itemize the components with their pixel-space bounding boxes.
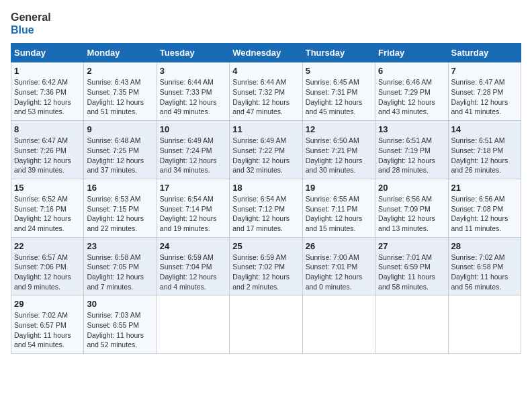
calendar-cell: 21Sunrise: 6:56 AMSunset: 7:08 PMDayligh… (448, 179, 521, 237)
day-number: 16 (87, 183, 153, 193)
calendar-cell: 8Sunrise: 6:47 AMSunset: 7:26 PMDaylight… (11, 121, 84, 179)
weekday-header-row: SundayMondayTuesdayWednesdayThursdayFrid… (11, 44, 521, 62)
calendar-week-row: 15Sunrise: 6:52 AMSunset: 7:16 PMDayligh… (11, 179, 521, 237)
calendar-cell: 2Sunrise: 6:43 AMSunset: 7:35 PMDaylight… (84, 62, 157, 121)
calendar-cell: 23Sunrise: 6:58 AMSunset: 7:05 PMDayligh… (84, 237, 157, 295)
day-number: 2 (87, 66, 153, 76)
calendar-cell: 1Sunrise: 6:42 AMSunset: 7:36 PMDaylight… (11, 62, 84, 121)
day-info: Sunrise: 6:59 AMSunset: 7:04 PMDaylight:… (160, 253, 226, 292)
calendar-cell: 30Sunrise: 7:03 AMSunset: 6:55 PMDayligh… (84, 295, 157, 354)
day-number: 19 (306, 183, 372, 193)
calendar-cell: 9Sunrise: 6:48 AMSunset: 7:25 PMDaylight… (84, 121, 157, 179)
calendar-cell: 26Sunrise: 7:00 AMSunset: 7:01 PMDayligh… (302, 237, 375, 295)
day-info: Sunrise: 6:53 AMSunset: 7:15 PMDaylight:… (87, 194, 153, 234)
calendar-cell: 20Sunrise: 6:56 AMSunset: 7:09 PMDayligh… (375, 179, 448, 237)
day-number: 20 (378, 183, 445, 193)
day-number: 8 (14, 124, 81, 134)
calendar-week-row: 8Sunrise: 6:47 AMSunset: 7:26 PMDaylight… (11, 121, 521, 179)
calendar-cell: 24Sunrise: 6:59 AMSunset: 7:04 PMDayligh… (157, 237, 229, 295)
day-info: Sunrise: 6:50 AMSunset: 7:21 PMDaylight:… (306, 136, 372, 175)
day-info: Sunrise: 6:54 AMSunset: 7:12 PMDaylight:… (232, 194, 299, 234)
day-number: 9 (87, 124, 153, 134)
day-info: Sunrise: 6:56 AMSunset: 7:09 PMDaylight:… (378, 194, 445, 234)
logo: General Blue General Blue (11, 11, 51, 36)
calendar-cell (375, 295, 448, 354)
calendar-cell: 7Sunrise: 6:47 AMSunset: 7:28 PMDaylight… (448, 62, 521, 121)
calendar-table: SundayMondayTuesdayWednesdayThursdayFrid… (11, 43, 521, 354)
calendar-cell: 19Sunrise: 6:55 AMSunset: 7:11 PMDayligh… (302, 179, 375, 237)
calendar-cell: 17Sunrise: 6:54 AMSunset: 7:14 PMDayligh… (157, 179, 229, 237)
day-number: 14 (451, 124, 518, 134)
day-info: Sunrise: 6:42 AMSunset: 7:36 PMDaylight:… (14, 77, 81, 117)
calendar-week-row: 29Sunrise: 7:02 AMSunset: 6:57 PMDayligh… (11, 295, 521, 354)
day-number: 5 (306, 66, 372, 76)
calendar-cell: 6Sunrise: 6:46 AMSunset: 7:29 PMDaylight… (375, 62, 448, 121)
day-number: 25 (232, 241, 299, 251)
day-number: 29 (14, 299, 81, 309)
day-number: 11 (232, 124, 299, 134)
day-number: 26 (306, 241, 372, 251)
day-info: Sunrise: 6:59 AMSunset: 7:02 PMDaylight:… (232, 253, 299, 292)
calendar-cell: 10Sunrise: 6:49 AMSunset: 7:24 PMDayligh… (157, 121, 229, 179)
day-number: 12 (306, 124, 372, 134)
weekday-header: Friday (375, 44, 448, 62)
calendar-cell: 18Sunrise: 6:54 AMSunset: 7:12 PMDayligh… (230, 179, 302, 237)
day-number: 24 (160, 241, 226, 251)
day-info: Sunrise: 6:46 AMSunset: 7:29 PMDaylight:… (378, 77, 445, 117)
calendar-cell: 3Sunrise: 6:44 AMSunset: 7:33 PMDaylight… (157, 62, 229, 121)
calendar-cell: 13Sunrise: 6:51 AMSunset: 7:19 PMDayligh… (375, 121, 448, 179)
calendar-cell (302, 295, 375, 354)
weekday-header: Monday (84, 44, 157, 62)
weekday-header: Wednesday (230, 44, 302, 62)
day-number: 22 (14, 241, 81, 251)
day-number: 15 (14, 183, 81, 193)
calendar-cell: 29Sunrise: 7:02 AMSunset: 6:57 PMDayligh… (11, 295, 84, 354)
weekday-header: Thursday (302, 44, 375, 62)
calendar-cell: 11Sunrise: 6:49 AMSunset: 7:22 PMDayligh… (230, 121, 302, 179)
calendar-cell: 4Sunrise: 6:44 AMSunset: 7:32 PMDaylight… (230, 62, 302, 121)
day-info: Sunrise: 6:56 AMSunset: 7:08 PMDaylight:… (451, 194, 518, 234)
calendar-cell: 25Sunrise: 6:59 AMSunset: 7:02 PMDayligh… (230, 237, 302, 295)
day-info: Sunrise: 7:03 AMSunset: 6:55 PMDaylight:… (87, 310, 153, 350)
day-info: Sunrise: 6:52 AMSunset: 7:16 PMDaylight:… (14, 194, 81, 234)
day-number: 13 (378, 124, 445, 134)
day-info: Sunrise: 6:55 AMSunset: 7:11 PMDaylight:… (306, 194, 372, 234)
calendar-cell: 22Sunrise: 6:57 AMSunset: 7:06 PMDayligh… (11, 237, 84, 295)
day-number: 1 (14, 66, 81, 76)
day-number: 23 (87, 241, 153, 251)
calendar-cell: 15Sunrise: 6:52 AMSunset: 7:16 PMDayligh… (11, 179, 84, 237)
calendar-cell: 5Sunrise: 6:45 AMSunset: 7:31 PMDaylight… (302, 62, 375, 121)
day-info: Sunrise: 7:02 AMSunset: 6:57 PMDaylight:… (14, 310, 81, 350)
calendar-week-row: 22Sunrise: 6:57 AMSunset: 7:06 PMDayligh… (11, 237, 521, 295)
day-info: Sunrise: 6:44 AMSunset: 7:33 PMDaylight:… (160, 77, 226, 117)
day-info: Sunrise: 6:49 AMSunset: 7:22 PMDaylight:… (232, 136, 299, 175)
logo-general: General (11, 11, 51, 24)
day-info: Sunrise: 6:57 AMSunset: 7:06 PMDaylight:… (14, 253, 81, 292)
day-info: Sunrise: 6:51 AMSunset: 7:18 PMDaylight:… (451, 136, 518, 175)
day-number: 6 (378, 66, 445, 76)
calendar-cell: 12Sunrise: 6:50 AMSunset: 7:21 PMDayligh… (302, 121, 375, 179)
day-number: 3 (160, 66, 226, 76)
day-info: Sunrise: 6:45 AMSunset: 7:31 PMDaylight:… (306, 77, 372, 117)
day-number: 7 (451, 66, 518, 76)
day-info: Sunrise: 6:47 AMSunset: 7:28 PMDaylight:… (451, 77, 518, 117)
page-header: General Blue General Blue (11, 11, 521, 36)
logo-blue: Blue (11, 24, 51, 36)
day-number: 28 (451, 241, 518, 251)
calendar-cell (157, 295, 229, 354)
day-info: Sunrise: 7:00 AMSunset: 7:01 PMDaylight:… (306, 253, 372, 292)
day-number: 10 (160, 124, 226, 134)
calendar-cell: 28Sunrise: 7:02 AMSunset: 6:58 PMDayligh… (448, 237, 521, 295)
day-info: Sunrise: 6:47 AMSunset: 7:26 PMDaylight:… (14, 136, 81, 175)
day-info: Sunrise: 6:44 AMSunset: 7:32 PMDaylight:… (232, 77, 299, 117)
day-number: 17 (160, 183, 226, 193)
day-info: Sunrise: 6:54 AMSunset: 7:14 PMDaylight:… (160, 194, 226, 234)
weekday-header: Tuesday (157, 44, 229, 62)
day-info: Sunrise: 6:48 AMSunset: 7:25 PMDaylight:… (87, 136, 153, 175)
day-number: 30 (87, 299, 153, 309)
day-number: 27 (378, 241, 445, 251)
weekday-header: Saturday (448, 44, 521, 62)
calendar-week-row: 1Sunrise: 6:42 AMSunset: 7:36 PMDaylight… (11, 62, 521, 121)
weekday-header: Sunday (11, 44, 84, 62)
day-info: Sunrise: 6:43 AMSunset: 7:35 PMDaylight:… (87, 77, 153, 117)
